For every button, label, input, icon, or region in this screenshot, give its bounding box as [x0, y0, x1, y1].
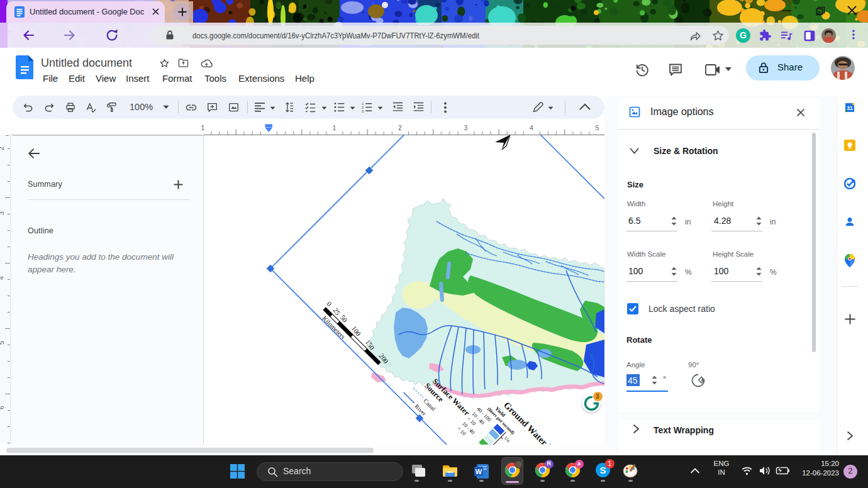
svg-text:1: 1 — [333, 124, 337, 131]
svg-text:6: 6 — [0, 406, 5, 409]
svg-text:4: 4 — [0, 276, 5, 280]
svg-text:Ground Water Potential: Ground Water Potential — [502, 400, 576, 445]
svg-text:3: 3 — [362, 109, 364, 113]
svg-text:4: 4 — [530, 124, 533, 131]
svg-text:W: W — [476, 468, 482, 475]
svg-text:31: 31 — [847, 105, 853, 111]
svg-text:5: 5 — [0, 341, 5, 345]
svg-text:Un: Un — [503, 435, 511, 443]
svg-text:5: 5 — [596, 124, 599, 131]
svg-text:3: 3 — [0, 211, 5, 215]
svg-text:1: 1 — [201, 124, 205, 131]
svg-text:3: 3 — [464, 124, 468, 131]
svg-text:S: S — [599, 465, 606, 475]
svg-text:2: 2 — [398, 124, 402, 131]
svg-text:0: 0 — [325, 300, 333, 308]
svg-text:2: 2 — [0, 147, 5, 150]
